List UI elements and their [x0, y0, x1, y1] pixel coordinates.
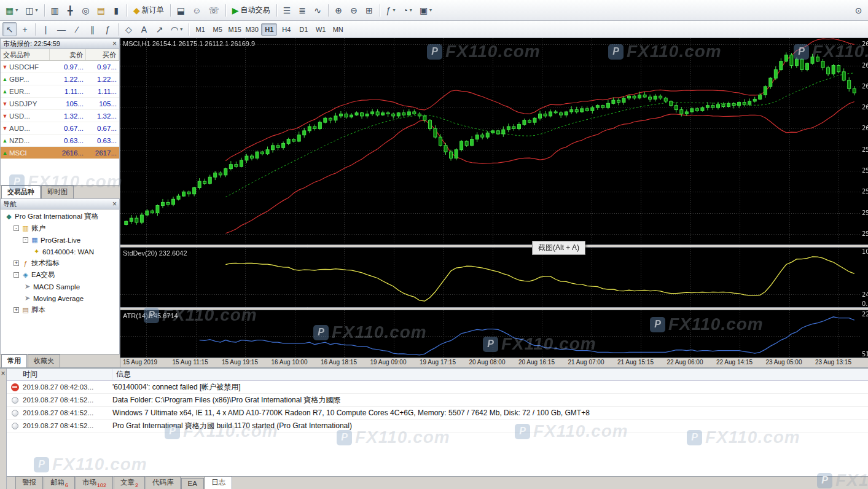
close-icon[interactable]: × — [1, 370, 5, 377]
metaeditor-button[interactable]: ⬓ — [174, 3, 188, 17]
zoom-in-button[interactable]: ⊕ — [332, 3, 346, 17]
timeframe-m5[interactable]: M5 — [209, 23, 225, 36]
market-watch-row[interactable]: ▲NZD...0.63...0.63... — [1, 135, 119, 147]
shapes-button[interactable]: ◇ — [122, 22, 136, 36]
terminal-tab-日志[interactable]: 日志 — [205, 476, 232, 489]
zoom-out-button[interactable]: ⊖ — [347, 3, 361, 17]
chart-canvas[interactable] — [120, 38, 868, 358]
market-watch-row[interactable]: ▼AUD...0.67...0.67... — [1, 122, 119, 135]
time-axis[interactable]: 15 Aug 201915 Aug 11:1515 Aug 19:1516 Au… — [120, 358, 868, 367]
chevron-down-icon: ▾ — [35, 7, 37, 13]
market-watch-button[interactable]: ▥ — [48, 3, 62, 17]
text-button[interactable]: A — [137, 22, 151, 36]
search-button[interactable]: ⊙ — [851, 3, 866, 17]
close-icon[interactable]: × — [112, 40, 117, 47]
terminal-tab-文章[interactable]: 文章2 — [114, 476, 145, 489]
experts-icon: ☺ — [192, 6, 201, 15]
timeframe-mn[interactable]: MN — [330, 23, 346, 36]
terminal-tab-邮箱[interactable]: 邮箱6 — [44, 476, 75, 489]
text-icon: A — [141, 25, 147, 34]
terminal-column-time[interactable]: 时间 — [7, 369, 112, 380]
tree-item[interactable]: ✦60140004: WAN — [1, 246, 119, 257]
arrows-button[interactable]: ↗ — [152, 22, 166, 36]
tree-item[interactable]: ◆Pro Grat International 寶格 — [1, 211, 119, 222]
tile-windows-button[interactable]: ⊞ — [362, 3, 377, 17]
timeframe-h4[interactable]: H4 — [278, 23, 294, 36]
timeframe-m1[interactable]: M1 — [192, 23, 208, 36]
periods-button[interactable]: ◔▾ — [399, 3, 415, 17]
fibonacci-button[interactable]: ƒ — [101, 22, 115, 36]
tree-item[interactable]: -▥账户 — [1, 222, 119, 234]
collapse-icon[interactable]: - — [14, 272, 19, 278]
trendline-button[interactable]: ∕ — [70, 22, 84, 36]
navigator-button[interactable]: ◎ — [79, 3, 93, 17]
time-axis-label: 16 Aug 10:00 — [272, 359, 308, 366]
close-icon[interactable]: × — [112, 200, 117, 208]
terminal-panel: × 时间信息 2019.08.27 08:42:03...'60140004':… — [0, 367, 868, 489]
tree-item[interactable]: ➤MACD Sample — [1, 281, 119, 292]
chart-bars-button[interactable]: ☰ — [280, 3, 294, 17]
new-chart-button[interactable]: ▦▾ — [2, 3, 21, 17]
collapse-icon[interactable]: - — [14, 225, 19, 231]
profiles-button[interactable]: ◫▾ — [22, 3, 41, 17]
indicators-button[interactable]: ƒ▾ — [383, 3, 399, 17]
chart-line-button[interactable]: ∿ — [311, 3, 325, 17]
tree-item[interactable]: ➤Moving Average — [1, 292, 119, 304]
cycles-icon: ◠ — [171, 25, 178, 34]
chevron-down-icon: ▾ — [15, 7, 18, 13]
channel-button[interactable]: ∥ — [85, 22, 100, 36]
timeframe-w1[interactable]: W1 — [313, 23, 329, 36]
market-watch-row[interactable]: ▼USDCHF0.97...0.97... — [1, 61, 119, 73]
toolbar-separator — [380, 4, 380, 17]
navigator-tab[interactable]: 收藏夹 — [28, 354, 60, 367]
terminal-tab-警报[interactable]: 警报 — [15, 476, 43, 489]
data-window-icon: ╋ — [68, 6, 72, 15]
column-header[interactable]: 卖价 — [50, 49, 86, 60]
log-row[interactable]: 2019.08.27 08:42:03...'60140004': connec… — [7, 381, 868, 394]
market-watch-column-headers: 交易品种卖价买价 — [1, 49, 119, 61]
tree-item[interactable]: -▦ProGrat-Live — [1, 234, 119, 246]
terminal-tab-市场[interactable]: 市场102 — [76, 476, 113, 489]
new-order-button[interactable]: ◆新订单 — [130, 3, 167, 17]
expand-icon[interactable]: + — [14, 307, 19, 313]
crosshair-button[interactable]: + — [18, 22, 32, 36]
autotrading-button[interactable]: ▶自动交易 — [229, 3, 273, 17]
market-watch-row[interactable]: ▲GBP...1.22...1.22... — [1, 73, 119, 85]
chart-candles-button[interactable]: ≣ — [295, 3, 310, 17]
experts-button[interactable]: ☺ — [189, 3, 204, 17]
navigator-tab[interactable]: 常用 — [1, 354, 27, 367]
market-watch-row[interactable]: ▲EUR...1.11...1.11... — [1, 85, 119, 98]
data-window-button[interactable]: ╋ — [63, 3, 77, 17]
collapse-icon[interactable]: - — [23, 237, 28, 243]
terminal-button[interactable]: ▤ — [94, 3, 108, 17]
market-watch-tab[interactable]: 交易品种 — [1, 186, 41, 198]
terminal-tab-EA[interactable]: EA — [181, 478, 204, 489]
expand-icon[interactable]: + — [14, 260, 19, 266]
timeframe-m30[interactable]: M30 — [244, 23, 260, 36]
log-row[interactable]: 2019.08.27 08:41:52...Data Folder: C:\Pr… — [7, 394, 868, 407]
terminal-column-message[interactable]: 信息 — [112, 369, 868, 380]
market-watch-row[interactable]: ▲MSCI2616...2617... — [1, 147, 119, 159]
support-button[interactable]: ☏ — [205, 3, 222, 17]
strategy-tester-button[interactable]: ▮ — [109, 3, 123, 17]
tree-item[interactable]: +ƒ技术指标 — [1, 257, 119, 269]
vertical-line-button[interactable]: ∣ — [39, 22, 53, 36]
cursor-button[interactable]: ↖ — [2, 22, 17, 36]
horizontal-line-button[interactable]: ― — [54, 22, 69, 36]
cycles-button[interactable]: ◠▾ — [168, 22, 186, 36]
market-watch-tab[interactable]: 即时图 — [41, 186, 74, 198]
log-row[interactable]: 2019.08.27 08:41:52...Windows 7 Ultimate… — [7, 407, 868, 420]
timeframe-m15[interactable]: M15 — [227, 23, 243, 36]
tree-item[interactable]: +▤脚本 — [1, 304, 119, 316]
tree-item[interactable]: -◈EA交易 — [1, 269, 119, 281]
terminal-tab-label: EA — [188, 480, 197, 487]
templates-button[interactable]: ▣▾ — [416, 3, 435, 17]
log-row[interactable]: 2019.08.27 08:41:52...Pro Grat Internati… — [7, 420, 868, 432]
timeframe-d1[interactable]: D1 — [295, 23, 311, 36]
timeframe-h1[interactable]: H1 — [261, 23, 277, 36]
terminal-tab-代码库[interactable]: 代码库 — [146, 476, 181, 489]
column-header[interactable]: 交易品种 — [1, 49, 50, 60]
column-header[interactable]: 买价 — [86, 49, 119, 60]
market-watch-row[interactable]: ▼USDJPY105...105... — [1, 98, 119, 110]
market-watch-row[interactable]: ▼USD...1.32...1.32... — [1, 110, 119, 122]
